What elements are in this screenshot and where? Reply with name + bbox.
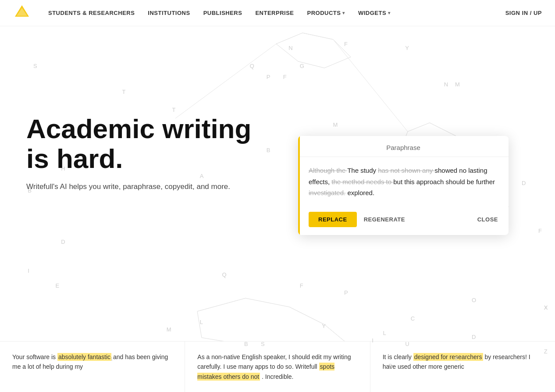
testimonials-section: Your software is absolutely fantastic an… [0, 341, 555, 392]
card-header: Paraphrase [298, 136, 509, 157]
bg-letter-29: C [411, 315, 415, 322]
svg-line-4 [333, 39, 408, 132]
svg-line-6 [197, 298, 245, 311]
card-title: Paraphrase [309, 144, 498, 151]
regenerate-button[interactable]: REGENERATE [364, 216, 405, 223]
bg-letter-43: X [544, 304, 548, 311]
paraphrase-card: Paraphrase Although the The study has no… [298, 136, 509, 235]
bg-letter-25: P [344, 289, 348, 296]
bg-letter-34: D [472, 334, 476, 340]
struck-text-2: has not shown any [378, 167, 434, 174]
card-accent-bar [298, 136, 300, 235]
nav-institutions[interactable]: INSTITUTIONS [148, 10, 190, 16]
bg-letter-11: T [172, 107, 175, 113]
bg-letter-5: G [300, 63, 304, 69]
testimonial-2-after: . Incredible. [260, 373, 293, 380]
hero-section: SNFYQGPFMNTTMBQAHBADFIEQFPOLYCMBSLDIUDIB… [0, 0, 555, 392]
normal-text-1: The study [347, 167, 378, 174]
bg-letter-22: E [56, 282, 60, 289]
normal-text-3: but this approach should be further [393, 178, 495, 185]
nav-enterprise[interactable]: ENTERPRISE [255, 10, 294, 16]
hero-title: Academic writing is hard. [26, 114, 254, 174]
close-button[interactable]: CLOSE [477, 216, 498, 223]
nav-links: STUDENTS & RESEARCHERS INSTITUTIONS PUBL… [48, 10, 505, 16]
testimonial-3-highlight: designed for researchers [413, 353, 483, 361]
bg-letter-3: Y [405, 45, 409, 51]
signin-button[interactable]: SIGN IN / UP [505, 10, 542, 16]
bg-letter-0: S [33, 63, 37, 69]
normal-text-4: explored. [345, 189, 374, 196]
bg-letter-27: L [200, 319, 203, 325]
bg-letter-42: X [544, 304, 548, 311]
hero-subtitle: Writefull's AI helps you write, paraphra… [26, 182, 237, 191]
nav-students[interactable]: STUDENTS & RESEARCHERS [48, 10, 135, 16]
bg-letter-6: P [267, 74, 270, 80]
bg-letter-4: Q [250, 63, 254, 69]
bg-letter-23: Q [222, 271, 226, 278]
testimonial-card-3: It is clearly designed for researchers b… [370, 341, 555, 392]
bg-letter-19: D [522, 180, 526, 186]
products-chevron-icon: ▾ [342, 11, 345, 15]
bg-letter-8: M [455, 81, 460, 88]
struck-text-1: Although the [309, 167, 347, 174]
bg-letter-20: F [538, 228, 542, 234]
struck-text-4: investigated. [309, 189, 345, 196]
bg-letter-10: T [122, 89, 126, 95]
testimonial-1-highlight: absolutely fantastic [57, 353, 111, 361]
svg-line-2 [175, 44, 276, 118]
bg-letter-37: D [61, 239, 65, 245]
svg-line-7 [289, 307, 324, 324]
bg-letter-21: I [28, 267, 29, 274]
replace-button[interactable]: REPLACE [309, 212, 357, 227]
nav-widgets[interactable]: WIDGETS ▾ [358, 10, 391, 16]
testimonial-card-2: As a non-native English speaker, I shoul… [185, 341, 370, 392]
bg-letter-12: M [333, 121, 338, 128]
widgets-chevron-icon: ▾ [388, 11, 391, 15]
bg-letter-33: L [383, 330, 386, 336]
testimonial-1-before: Your software is [12, 353, 57, 360]
bg-letter-7: F [283, 74, 287, 80]
nav-publishers[interactable]: PUBLISHERS [203, 10, 242, 16]
navigation: STUDENTS & RESEARCHERS INSTITUTIONS PUBL… [0, 0, 555, 26]
bg-letter-26: O [472, 297, 476, 303]
logo[interactable] [13, 4, 48, 23]
svg-line-5 [430, 123, 456, 136]
testimonial-3-before: It is clearly [383, 353, 413, 360]
struck-text-3: the method needs to [331, 178, 393, 185]
bg-letter-9: N [444, 81, 448, 88]
card-body: Although the The study has not shown any… [298, 157, 509, 207]
card-actions: REPLACE REGENERATE CLOSE [298, 207, 509, 235]
bg-letter-30: M [167, 326, 171, 333]
svg-line-3 [302, 33, 333, 39]
nav-products[interactable]: PRODUCTS ▾ [307, 10, 345, 16]
hero-content: Academic writing is hard. Writefull's AI… [26, 114, 254, 191]
testimonial-card-1: Your software is absolutely fantastic an… [0, 341, 185, 392]
bg-letter-1: N [288, 45, 292, 51]
bg-letter-28: Y [322, 323, 326, 329]
bg-letter-2: F [344, 41, 348, 47]
bg-letter-24: F [300, 282, 303, 289]
bg-letter-13: B [267, 147, 270, 153]
